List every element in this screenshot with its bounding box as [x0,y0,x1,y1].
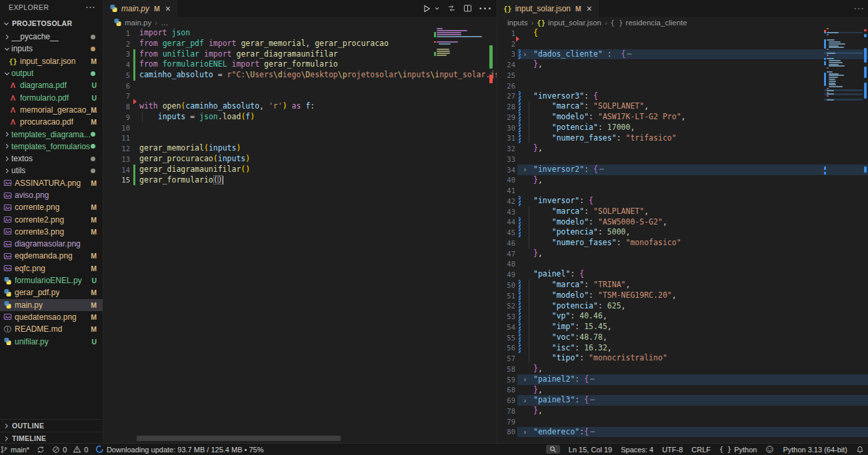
search-status-button[interactable] [546,445,560,454]
input-solar-json-line-32[interactable]: 32}, [497,143,868,154]
cursor-position[interactable]: Ln 15, Col 19 [569,446,612,454]
tree-item-corrente2-png[interactable]: corrente2.pngM [0,213,103,225]
tree-item-aviso-png[interactable]: aviso.png [0,189,103,201]
tab-main-py[interactable]: main.py M × [103,0,177,17]
tree-item-textos[interactable]: textos [0,153,103,165]
input-solar-json-line-56[interactable]: 56 "isc": 16.32, [497,343,868,354]
python-interpreter[interactable]: Python 3.13 (64-bit) [783,446,847,454]
tree-item-inputs[interactable]: inputs [0,43,103,55]
input-solar-json-line-48[interactable]: 48 [497,259,868,270]
input-solar-json-line-40[interactable]: 40}, [497,175,868,186]
tree-item-unifilar-py[interactable]: unifilar.pyU [0,335,103,347]
breadcrumb-item[interactable]: inputs [507,19,528,27]
tree-item-readme-md[interactable]: ⓘREADME.mdM [0,323,103,335]
input-solar-json-line-49[interactable]: 49"painel": { [497,269,868,280]
input-solar-json-line-57[interactable]: 57 "tipo": "monocristralino" [497,353,868,364]
breadcrumb-item[interactable]: … [161,19,169,27]
input-solar-json-line-46[interactable]: 46 "numero_fases": "monofasico" [497,238,868,248]
input-solar-json-line-24[interactable]: 24}, [497,59,868,70]
input-solar-json-line-2[interactable]: 2 [497,39,868,49]
input-solar-json-line-27[interactable]: 27"inversor3": { [497,91,868,102]
tree-item--pycache-[interactable]: __pycache__ [0,31,103,43]
explorer-root-folder[interactable]: PROJETOSOLAR [0,17,103,30]
input-solar-json-line-42[interactable]: 42"inversor": { [497,196,868,207]
outline-section-header[interactable]: OUTLINE [0,419,103,432]
problems-status[interactable]: 00 [52,445,88,454]
input-solar-json-line-50[interactable]: 50 "marca": "TRINA", [497,280,868,290]
input-solar-json-line-26[interactable]: 26 [497,81,868,91]
input-solar-json-line-47[interactable]: 47}, [497,248,868,259]
minimap[interactable] [824,28,863,443]
code-editor-input-solar-json[interactable]: 1{23›"dados_cliente" : {⋯24},252627"inve… [497,28,868,443]
input-solar-json-line-34[interactable]: 34›"inversor2": {⋯ [497,165,868,175]
feedback-button[interactable] [765,445,774,454]
tree-item-quedatensao-png[interactable]: quedatensao.pngM [0,311,103,323]
input-solar-json-line-29[interactable]: 29 "modelo": "ASW17K-LT-G2 Pro", [497,112,868,123]
tree-item-procuracao-pdf[interactable]: Λprocuracao.pdfM [0,116,103,128]
input-solar-json-line-58[interactable]: 58}, [497,364,868,374]
indentation[interactable]: Spaces: 4 [621,446,653,454]
run-dropdown[interactable] [434,5,440,11]
sync-button[interactable] [37,446,45,454]
run-icon[interactable] [422,4,431,13]
tree-item-formularioenel-py[interactable]: formularioENEL.pyU [0,274,103,286]
input-solar-json-line-43[interactable]: 43 "marca": "SOLPLANET", [497,207,868,217]
input-solar-json-line-59[interactable]: 59›"painel2": {⋯ [497,374,868,385]
tree-item-output[interactable]: output [0,67,103,79]
update-download-status[interactable]: Downloading update: 93.7 MB / 125.4 MB •… [95,445,263,454]
tree-item-corrente3-png[interactable]: corrente3.pngM [0,226,103,238]
open-changes-icon[interactable] [447,4,456,13]
input-solar-json-line-80[interactable]: 80›"endereco":{⋯ [497,427,868,438]
more-actions-icon[interactable]: ··· [479,3,493,15]
minimap[interactable] [434,28,487,443]
close-icon[interactable]: × [587,4,592,13]
tree-item-memorial-geracao-[interactable]: Λmemorial_geracao_...M [0,104,103,116]
split-editor-icon[interactable] [463,4,472,13]
input-solar-json-line-78[interactable]: 78}, [497,406,868,416]
input-solar-json-line-41[interactable]: 41 [497,185,868,196]
input-solar-json-line-51[interactable]: 51 "modelo": "TSM-NEG19RC.20", [497,290,868,301]
tree-item-input-solar-json[interactable]: {}input_solar.jsonM [0,55,103,67]
tree-item-templates-diagrama-[interactable]: templates_diagrama... [0,128,103,140]
tree-item-assinatura-png[interactable]: ASSINATURA.pngM [0,177,103,189]
input-solar-json-line-3[interactable]: 3›"dados_cliente" : {⋯ [497,49,868,60]
breadcrumb-item[interactable]: main.py [113,18,151,27]
input-solar-json-line-54[interactable]: 54 "imp": 15.45, [497,322,868,332]
input-solar-json-line-33[interactable]: 33 [497,154,868,165]
tree-item-diagrama-pdf[interactable]: Λdiagrama.pdfU [0,79,103,91]
input-solar-json-line-31[interactable]: 31 "numero_fases": "trifasico" [497,133,868,144]
tab-input-solar-json[interactable]: {} input_solar.json M × [497,0,599,17]
input-solar-json-line-52[interactable]: 52 "potencia": 625, [497,301,868,312]
tree-item-corrente-png[interactable]: corrente.pngM [0,201,103,213]
input-solar-json-line-30[interactable]: 30 "potencia": 17000, [497,123,868,133]
tree-item-gerar-pdf-py[interactable]: gerar_pdf.pyM [0,286,103,298]
tree-item-templates-formularios[interactable]: templates_formularios [0,141,103,153]
input-solar-json-line-25[interactable]: 25 [497,70,868,81]
close-icon[interactable]: × [165,4,171,13]
horizontal-scrollbar[interactable] [137,436,341,441]
breadcrumb-item[interactable]: { }residencia_cliente [611,19,687,27]
encoding[interactable]: UTF-8 [662,446,683,454]
input-solar-json-line-69[interactable]: 69›"painel3": {⋯ [497,395,868,406]
input-solar-json-line-45[interactable]: 45 "potencia": 5000, [497,227,868,238]
notifications-bell[interactable] [856,446,864,454]
input-solar-json-line-55[interactable]: 55 "voc":48.78, [497,332,868,343]
language-mode[interactable]: { }Python [719,446,757,454]
tree-item-diagramasolar-png[interactable]: diagramasolar.png [0,238,103,250]
input-solar-json-line-53[interactable]: 53 "vp": 40.46, [497,311,868,322]
more-actions-icon[interactable]: ⋯ [853,2,864,15]
breadcrumb-item[interactable]: {}input_solar.json [537,19,601,27]
tree-item-eqdemanda-png[interactable]: eqdemanda.pngM [0,250,103,262]
input-solar-json-line-1[interactable]: 1{ [497,28,868,39]
tree-item-formulario-pdf[interactable]: Λformulario.pdfU [0,91,103,103]
code-editor-main-py[interactable]: 1import json2from gerar_pdf import gerar… [103,28,497,443]
input-solar-json-line-79[interactable]: 79 [497,416,868,427]
git-branch-status[interactable]: main* [0,446,29,454]
tree-item-main-py[interactable]: main.pyM [0,299,103,311]
eol[interactable]: CRLF [691,446,711,454]
input-solar-json-line-68[interactable]: 68}, [497,385,868,396]
tree-item-utils[interactable]: utils [0,165,103,177]
input-solar-json-line-44[interactable]: 44 "modelo": "ASW5000-S-G2", [497,217,868,228]
explorer-more-actions-icon[interactable]: ··· [86,3,96,11]
input-solar-json-line-28[interactable]: 28 "marca": "SOLPLANET", [497,101,868,112]
